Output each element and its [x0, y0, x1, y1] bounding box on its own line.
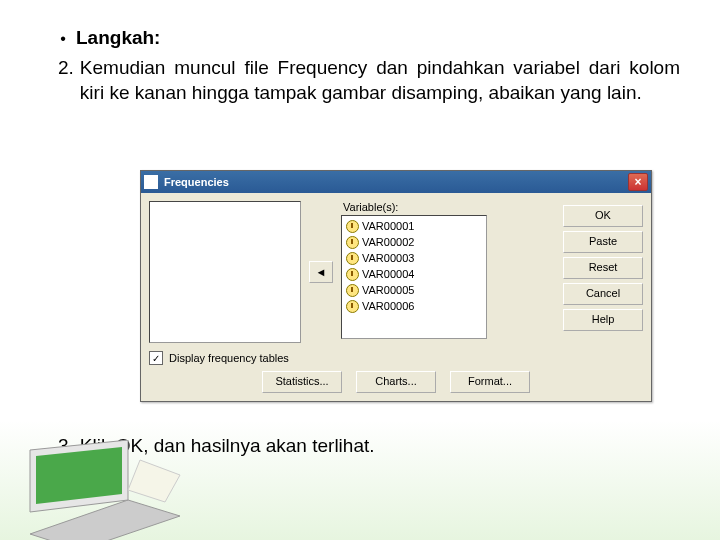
list-item[interactable]: VAR00004 — [344, 266, 484, 282]
move-left-button[interactable]: ◄ — [309, 261, 333, 283]
list-item[interactable]: VAR00001 — [344, 218, 484, 234]
list-item[interactable]: VAR00006 — [344, 298, 484, 314]
step2-number: 2. — [58, 55, 80, 106]
frequencies-dialog: Frequencies × ◄ Variable(s): VAR00001 VA… — [140, 170, 652, 402]
statistics-button[interactable]: Statistics... — [262, 371, 342, 393]
step2-text: Kemudian muncul file Frequency dan pinda… — [80, 55, 680, 106]
help-button[interactable]: Help — [563, 309, 643, 331]
triangle-left-icon: ◄ — [316, 266, 327, 278]
titlebar[interactable]: Frequencies × — [141, 171, 651, 193]
variables-label: Variable(s): — [343, 201, 551, 213]
list-item-label: VAR00001 — [362, 220, 414, 232]
list-item[interactable]: VAR00005 — [344, 282, 484, 298]
dialog-title: Frequencies — [164, 176, 229, 188]
display-tables-checkbox[interactable]: ✓ — [149, 351, 163, 365]
list-item-label: VAR00006 — [362, 300, 414, 312]
step3-number: 3. — [58, 433, 80, 459]
display-tables-label: Display frequency tables — [169, 352, 289, 364]
variable-icon — [346, 284, 359, 297]
bullet-dot: • — [50, 25, 76, 51]
variable-icon — [346, 252, 359, 265]
ok-button[interactable]: OK — [563, 205, 643, 227]
variable-icon — [346, 268, 359, 281]
paste-button[interactable]: Paste — [563, 231, 643, 253]
svg-marker-0 — [30, 500, 180, 540]
cancel-button[interactable]: Cancel — [563, 283, 643, 305]
format-button[interactable]: Format... — [450, 371, 530, 393]
charts-button[interactable]: Charts... — [356, 371, 436, 393]
list-item[interactable]: VAR00003 — [344, 250, 484, 266]
list-item-label: VAR00004 — [362, 268, 414, 280]
slide-content: • Langkah: 2. Kemudian muncul file Frequ… — [0, 0, 720, 106]
list-item-label: VAR00003 — [362, 252, 414, 264]
svg-marker-3 — [128, 460, 180, 502]
list-item-label: VAR00002 — [362, 236, 414, 248]
source-listbox[interactable] — [149, 201, 301, 343]
variable-icon — [346, 300, 359, 313]
app-icon — [144, 175, 158, 189]
close-icon: × — [634, 176, 641, 188]
step3-text: Klik OK, dan hasilnya akan terlihat. — [80, 433, 680, 459]
list-item[interactable]: VAR00002 — [344, 234, 484, 250]
reset-button[interactable]: Reset — [563, 257, 643, 279]
variable-icon — [346, 220, 359, 233]
variables-listbox[interactable]: VAR00001 VAR00002 VAR00003 VAR00004 VAR0… — [341, 215, 487, 339]
close-button[interactable]: × — [628, 173, 648, 191]
list-item-label: VAR00005 — [362, 284, 414, 296]
variable-icon — [346, 236, 359, 249]
langkah-heading: Langkah: — [76, 25, 160, 51]
